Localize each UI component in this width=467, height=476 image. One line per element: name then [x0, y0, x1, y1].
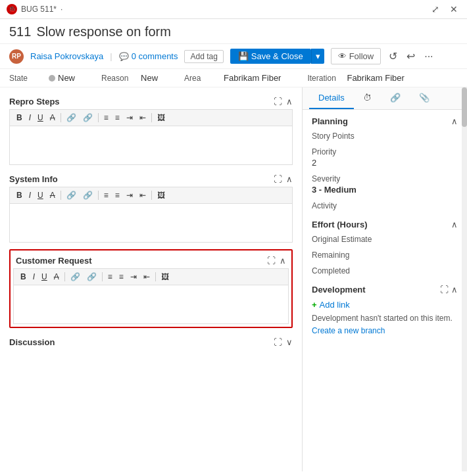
comments-label: 0 comments [132, 51, 178, 61]
tabs-bar: Details ⏱ 🔗 📎 [303, 87, 467, 110]
state-value[interactable]: New [49, 73, 75, 83]
development-collapse-icon[interactable]: ∧ [451, 285, 458, 295]
cr-rt-outdent[interactable]: ⇤ [141, 272, 153, 282]
cr-rt-bold[interactable]: B [18, 272, 29, 282]
si-rt-outdent[interactable]: ⇤ [137, 190, 149, 201]
customer-request-collapse-icon[interactable]: ∧ [280, 256, 286, 266]
customer-request-editor[interactable] [13, 285, 289, 324]
save-close-dropdown-button[interactable]: ▾ [311, 49, 324, 64]
system-info-header[interactable]: System Info ⛶ ∧ [9, 172, 293, 187]
rt-image[interactable]: 🖼 [155, 112, 168, 123]
si-rt-divider3 [151, 191, 152, 200]
add-tag-button[interactable]: Add tag [184, 50, 223, 63]
reason-value[interactable]: New [141, 73, 158, 83]
create-branch-link[interactable]: Create a new branch [312, 326, 385, 335]
reason-group: Reason New [101, 73, 158, 83]
si-rt-link2[interactable]: 🔗 [80, 190, 95, 201]
meta-row: State New Reason New Area Fabrikam Fiber… [0, 69, 467, 87]
dev-message: Development hasn't started on this item. [312, 314, 458, 323]
tab-history[interactable]: ⏱ [354, 87, 381, 109]
cr-rt-underline[interactable]: U [39, 272, 50, 282]
planning-collapse-icon[interactable]: ∧ [451, 116, 458, 126]
work-item-title: 511 Slow response on form [0, 19, 467, 44]
customer-request-expand-icon[interactable]: ⛶ [267, 256, 276, 266]
effort-controls: ∧ [451, 220, 458, 229]
more-button[interactable]: ··· [423, 49, 434, 64]
tab-attachments[interactable]: 📎 [410, 87, 439, 109]
si-rt-image[interactable]: 🖼 [155, 190, 168, 201]
follow-icon: 👁 [338, 51, 347, 61]
comments-link[interactable]: 💬 0 comments [119, 51, 178, 61]
rt-italic[interactable]: I [26, 112, 34, 123]
severity-value[interactable]: 3 - Medium [312, 185, 458, 195]
rt-outdent[interactable]: ⇤ [137, 112, 149, 123]
discussion-header[interactable]: Discussion ⛶ ∨ [9, 335, 293, 350]
tab-links[interactable]: 🔗 [381, 87, 410, 109]
user-name[interactable]: Raisa Pokrovskaya [30, 51, 103, 61]
rt-link2[interactable]: 🔗 [80, 112, 95, 123]
system-info-collapse-icon[interactable]: ∧ [286, 174, 293, 184]
save-close-button[interactable]: 💾 Save & Close [230, 49, 311, 64]
cr-rt-list-ol[interactable]: ≡ [116, 272, 126, 282]
refresh-button[interactable]: ↺ [387, 49, 399, 64]
severity-row: Severity 3 - Medium [312, 174, 458, 195]
repro-steps-header[interactable]: Repro Steps ⛶ ∧ [9, 94, 293, 109]
title-bar-left: 🐞 BUG 511* · [7, 4, 62, 14]
close-button[interactable]: ✕ [447, 3, 460, 16]
system-info-editor[interactable] [9, 203, 293, 243]
system-info-expand-icon[interactable]: ⛶ [274, 174, 282, 184]
iteration-value[interactable]: Fabrikam Fiber [347, 73, 404, 83]
planning-section: Planning ∧ Story Points Priority 2 Sever… [312, 116, 458, 210]
cr-rt-italic[interactable]: I [30, 272, 37, 282]
effort-section: Effort (Hours) ∧ Original Estimate Remai… [312, 220, 458, 275]
development-expand-icon[interactable]: ⛶ [440, 285, 449, 295]
follow-label: Follow [349, 51, 374, 61]
rt-list-ol[interactable]: ≡ [112, 112, 122, 123]
discussion-expand-icon[interactable]: ⛶ [274, 337, 282, 347]
si-rt-link[interactable]: 🔗 [64, 190, 79, 201]
customer-request-title: Customer Request [16, 256, 92, 266]
tab-details[interactable]: Details [309, 87, 354, 109]
rt-list-ul[interactable]: ≡ [101, 112, 111, 123]
si-rt-list-ol[interactable]: ≡ [112, 190, 122, 201]
rt-strikethrough[interactable]: A [47, 112, 58, 123]
rt-bold[interactable]: B [14, 112, 25, 123]
priority-value[interactable]: 2 [312, 158, 458, 168]
si-rt-indent[interactable]: ⇥ [124, 190, 135, 201]
cr-rt-link[interactable]: 🔗 [68, 272, 83, 282]
right-content: Planning ∧ Story Points Priority 2 Sever… [303, 110, 467, 342]
rt-link[interactable]: 🔗 [64, 112, 79, 123]
repro-steps-editor[interactable] [9, 126, 293, 165]
rt-indent[interactable]: ⇥ [124, 112, 135, 123]
system-info-section: System Info ⛶ ∧ B I U A 🔗 🔗 ≡ ≡ ⇥ ⇤ [9, 172, 293, 243]
expand-button[interactable]: ⤢ [429, 3, 442, 16]
state-group: State New [9, 73, 75, 83]
discussion-collapse-icon[interactable]: ∨ [286, 337, 293, 347]
undo-button[interactable]: ↩ [405, 49, 416, 64]
si-rt-underline[interactable]: U [35, 190, 46, 201]
effort-collapse-icon[interactable]: ∧ [451, 220, 458, 229]
rt-underline[interactable]: U [35, 112, 46, 123]
repro-steps-toolbar: B I U A 🔗 🔗 ≡ ≡ ⇥ ⇤ 🖼 [9, 109, 293, 126]
cr-rt-indent[interactable]: ⇥ [128, 272, 139, 282]
area-value[interactable]: Fabrikam Fiber [224, 73, 281, 83]
cr-rt-link2[interactable]: 🔗 [84, 272, 99, 282]
customer-request-controls: ⛶ ∧ [267, 256, 286, 266]
repro-steps-collapse-icon[interactable]: ∧ [286, 97, 293, 107]
si-rt-italic[interactable]: I [26, 190, 34, 201]
cr-rt-list-ul[interactable]: ≡ [105, 272, 115, 282]
customer-request-header[interactable]: Customer Request ⛶ ∧ [13, 253, 289, 268]
right-scrollbar-track[interactable] [462, 87, 467, 471]
si-rt-strikethrough[interactable]: A [47, 190, 58, 201]
activity-row: Activity [312, 201, 458, 210]
cr-rt-strikethrough[interactable]: A [51, 272, 62, 282]
add-link-button[interactable]: + Add link [312, 300, 458, 310]
si-rt-bold[interactable]: B [14, 190, 25, 201]
follow-button[interactable]: 👁 Follow [331, 48, 381, 64]
toolbar: RP Raisa Pokrovskaya | 💬 0 comments Add … [0, 44, 467, 69]
cr-rt-image[interactable]: 🖼 [159, 272, 172, 282]
si-rt-divider1 [61, 191, 61, 200]
si-rt-list-ul[interactable]: ≡ [101, 190, 111, 201]
right-scrollbar-thumb[interactable] [462, 87, 467, 127]
repro-steps-expand-icon[interactable]: ⛶ [274, 97, 282, 107]
